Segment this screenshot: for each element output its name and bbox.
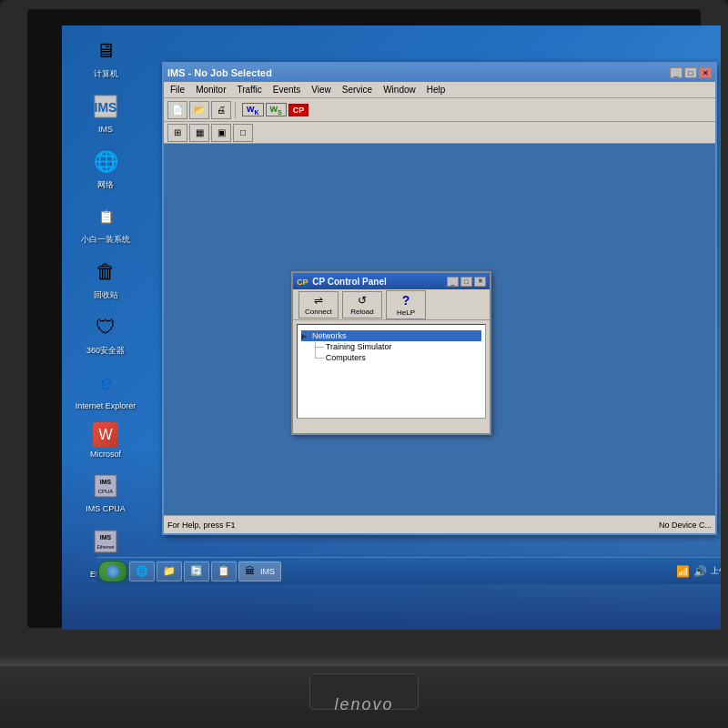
desktop-icon-imscpua[interactable]: IMS CPUA IMS CPUA [69,470,142,514]
computer-label: 计算机 [94,69,118,79]
help-button[interactable]: ? HeLP [386,290,426,319]
connect-label: Connect [305,308,332,316]
taskbar-item-1[interactable]: 🌐 [129,561,155,581]
cp-maximize[interactable]: □ [460,277,472,287]
ie-label: Internet Explorer [76,401,136,411]
grid3-button[interactable]: ▣ [211,124,231,142]
laptop-bottom: lenovo [0,655,728,728]
print-button[interactable]: 🖨 [211,101,231,119]
svg-text:Ethernet: Ethernet [97,544,116,550]
windows-logo [106,565,119,578]
taskbar-item-4[interactable]: 📋 [211,561,237,581]
svg-text:IMS: IMS [95,100,117,115]
new-button[interactable]: 📄 [167,101,187,119]
menu-help[interactable]: Help [422,84,450,96]
ims-toolbar2: ⊞ ▦ ▣ □ [164,122,715,144]
360-label: 360安全器 [86,346,125,356]
menu-service[interactable]: Service [338,84,377,96]
ims-main-window: IMS - No Job Selected _ □ ✕ File Monitor… [162,62,717,535]
desktop-icon-network[interactable]: 🌐 网络 [69,146,142,190]
taskbar-icon-2: 📁 [163,565,176,578]
trash-icon: 🗑 [89,256,122,288]
network-label: 网络 [97,180,114,190]
minimize-button[interactable]: _ [670,67,682,78]
start-button[interactable] [98,561,127,582]
360-icon: 🛡 [89,311,122,344]
taskbar-icon-4: 📋 [217,565,230,578]
titlebar-buttons: _ □ ✕ [670,67,712,78]
desktop-icon-ie[interactable]: ℯ Internet Explorer [69,367,142,411]
reload-icon: ↺ [358,294,367,307]
open-button[interactable]: 📂 [189,101,209,119]
tray-time: 上午 10:30 [711,565,721,577]
menu-view[interactable]: View [307,84,336,96]
cp-minimize[interactable]: _ [447,277,459,287]
desktop-icon-ims[interactable]: IMS IMS [69,90,142,135]
taskbar-item-ims[interactable]: 🏛 IMS [238,561,281,581]
screen-bezel: 🖥 计算机 IMS IMS 🌐 网络 📋 小白一装系统 [27,9,701,628]
maximize-button[interactable]: □ [684,67,697,78]
reload-button[interactable]: ↺ Reload [342,291,382,318]
cp-close[interactable]: ✕ [474,277,486,287]
help-label: HeLP [397,308,415,317]
tray-network-icon[interactable]: 📶 [676,565,690,578]
grid2-button[interactable]: ▦ [189,124,209,142]
menu-monitor[interactable]: Monitor [191,84,230,96]
wk-button[interactable]: WK [242,103,264,117]
xiaobai-icon: 📋 [89,200,122,233]
cp-button[interactable]: CP [288,104,309,116]
close-button[interactable]: ✕ [699,67,712,78]
taskbar-tasks: 🌐 📁 🔄 📋 🏛 IMS [129,561,671,581]
menu-traffic[interactable]: Traffic [232,84,266,96]
svg-text:IMS: IMS [100,479,112,485]
taskbar-icon-3: 🔄 [190,565,203,578]
desktop-icon-office[interactable]: W Microsof [69,422,142,460]
grid4-button[interactable]: □ [233,124,253,142]
connect-button[interactable]: ⇌ Connect [298,291,339,318]
imscpua-icon: IMS CPUA [89,470,122,502]
menu-window[interactable]: Window [379,84,420,96]
connect-icon: ⇌ [314,294,323,307]
imseth-icon: IMS Ethernet [89,525,122,558]
desktop-icon-xiaobai[interactable]: 📋 小白一装系统 [69,200,142,245]
svg-text:IMS: IMS [100,534,112,541]
ims-icon: IMS [89,90,122,123]
taskbar-item-2[interactable]: 📁 [157,561,182,581]
grid1-button[interactable]: ⊞ [167,124,187,142]
imscpua-label: IMS CPUA [86,504,126,514]
tray-volume-icon[interactable]: 🔊 [693,565,707,578]
menu-file[interactable]: File [166,84,189,96]
ims-menubar: File Monitor Traffic Events View Service… [164,82,715,98]
desktop-icon-360[interactable]: 🛡 360安全器 [69,311,142,356]
taskbar-icon-1: 🌐 [136,565,148,578]
laptop-hinge [0,655,728,666]
ims-toolbar1: 📄 📂 🖨 WK WS CP [164,98,715,122]
taskbar-icon-ims: 🏛 [245,565,258,578]
networks-label: Networks [312,331,347,340]
tree-item-networks[interactable]: ▶ Networks [301,330,481,341]
menu-events[interactable]: Events [268,84,306,96]
desktop-icon-computer[interactable]: 🖥 计算机 [69,35,142,79]
cp-titlebar: CP CP Control Panel _ □ ✕ [293,273,490,289]
desktop: 🖥 计算机 IMS IMS 🌐 网络 📋 小白一装系统 [62,25,721,630]
tree-item-computers[interactable]: └─ Computers [301,352,481,363]
desktop-icon-trash[interactable]: 🗑 回收站 [69,256,142,300]
system-tray: 📶 🔊 上午 10:30 [672,565,721,578]
taskbar-label-ims: IMS [260,567,275,576]
taskbar-item-3[interactable]: 🔄 [184,561,209,581]
reload-label: Reload [350,308,373,316]
tree-line1: ├─ [312,342,324,351]
computer-icon: 🖥 [89,35,122,67]
cp-title-icons: _ □ ✕ [447,277,486,287]
ims-main-area: CP CP Control Panel _ □ ✕ ⇌ Co [164,144,715,515]
tree-item-simulator[interactable]: ├─ Training Simulator [301,341,481,352]
ims-statusbar: For Help, press F1 No Device C... [164,515,715,533]
computers-label: Computers [326,353,366,362]
cp-dialog: CP CP Control Panel _ □ ✕ ⇌ Co [291,271,491,435]
cp-title: CP CP Control Panel [297,277,387,287]
ws-button[interactable]: WS [266,103,287,117]
office-label: Microsof [90,450,121,460]
cp-tree: ▶ Networks ├─ Training Simulator └─ Comp… [297,324,486,419]
svg-text:CPUA: CPUA [98,489,114,494]
ims-title: IMS - No Job Selected [167,67,272,78]
